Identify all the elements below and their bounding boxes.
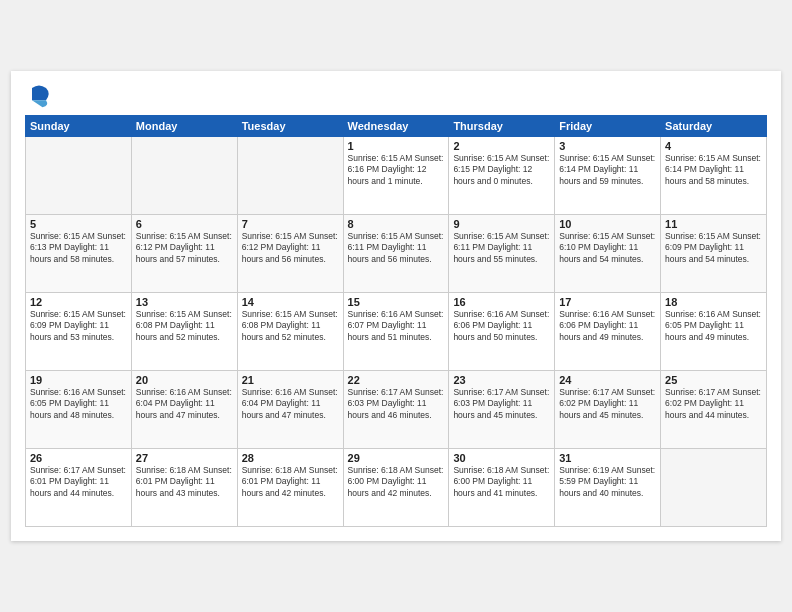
day-info: Sunrise: 6:17 AM Sunset: 6:03 PM Dayligh… xyxy=(348,387,445,421)
day-number: 21 xyxy=(242,374,339,386)
day-number: 7 xyxy=(242,218,339,230)
day-number: 28 xyxy=(242,452,339,464)
calendar-week-row: 19Sunrise: 6:16 AM Sunset: 6:05 PM Dayli… xyxy=(26,371,767,449)
weekday-header: Tuesday xyxy=(237,116,343,137)
day-info: Sunrise: 6:18 AM Sunset: 6:01 PM Dayligh… xyxy=(242,465,339,499)
day-number: 18 xyxy=(665,296,762,308)
day-number: 12 xyxy=(30,296,127,308)
calendar-cell: 4Sunrise: 6:15 AM Sunset: 6:14 PM Daylig… xyxy=(661,137,767,215)
calendar-cell: 18Sunrise: 6:16 AM Sunset: 6:05 PM Dayli… xyxy=(661,293,767,371)
weekday-header: Thursday xyxy=(449,116,555,137)
day-info: Sunrise: 6:16 AM Sunset: 6:07 PM Dayligh… xyxy=(348,309,445,343)
day-info: Sunrise: 6:15 AM Sunset: 6:08 PM Dayligh… xyxy=(136,309,233,343)
calendar-cell: 24Sunrise: 6:17 AM Sunset: 6:02 PM Dayli… xyxy=(555,371,661,449)
day-info: Sunrise: 6:18 AM Sunset: 6:00 PM Dayligh… xyxy=(453,465,550,499)
calendar-cell xyxy=(237,137,343,215)
day-info: Sunrise: 6:16 AM Sunset: 6:05 PM Dayligh… xyxy=(30,387,127,421)
day-info: Sunrise: 6:15 AM Sunset: 6:14 PM Dayligh… xyxy=(665,153,762,187)
day-number: 6 xyxy=(136,218,233,230)
day-info: Sunrise: 6:15 AM Sunset: 6:09 PM Dayligh… xyxy=(665,231,762,265)
day-info: Sunrise: 6:17 AM Sunset: 6:02 PM Dayligh… xyxy=(665,387,762,421)
calendar-cell: 13Sunrise: 6:15 AM Sunset: 6:08 PM Dayli… xyxy=(131,293,237,371)
day-number: 13 xyxy=(136,296,233,308)
calendar-cell: 21Sunrise: 6:16 AM Sunset: 6:04 PM Dayli… xyxy=(237,371,343,449)
weekday-header: Sunday xyxy=(26,116,132,137)
day-number: 29 xyxy=(348,452,445,464)
day-number: 23 xyxy=(453,374,550,386)
weekday-header: Saturday xyxy=(661,116,767,137)
day-number: 10 xyxy=(559,218,656,230)
day-info: Sunrise: 6:17 AM Sunset: 6:02 PM Dayligh… xyxy=(559,387,656,421)
calendar-cell: 7Sunrise: 6:15 AM Sunset: 6:12 PM Daylig… xyxy=(237,215,343,293)
day-info: Sunrise: 6:15 AM Sunset: 6:10 PM Dayligh… xyxy=(559,231,656,265)
day-number: 11 xyxy=(665,218,762,230)
day-number: 26 xyxy=(30,452,127,464)
calendar-cell: 11Sunrise: 6:15 AM Sunset: 6:09 PM Dayli… xyxy=(661,215,767,293)
day-number: 20 xyxy=(136,374,233,386)
calendar-cell: 16Sunrise: 6:16 AM Sunset: 6:06 PM Dayli… xyxy=(449,293,555,371)
weekday-header-row: SundayMondayTuesdayWednesdayThursdayFrid… xyxy=(26,116,767,137)
day-number: 30 xyxy=(453,452,550,464)
day-number: 16 xyxy=(453,296,550,308)
day-number: 9 xyxy=(453,218,550,230)
day-info: Sunrise: 6:15 AM Sunset: 6:12 PM Dayligh… xyxy=(242,231,339,265)
weekday-header: Friday xyxy=(555,116,661,137)
day-number: 19 xyxy=(30,374,127,386)
calendar-cell: 9Sunrise: 6:15 AM Sunset: 6:11 PM Daylig… xyxy=(449,215,555,293)
day-number: 14 xyxy=(242,296,339,308)
weekday-header: Monday xyxy=(131,116,237,137)
day-number: 8 xyxy=(348,218,445,230)
day-info: Sunrise: 6:16 AM Sunset: 6:04 PM Dayligh… xyxy=(136,387,233,421)
day-info: Sunrise: 6:15 AM Sunset: 6:13 PM Dayligh… xyxy=(30,231,127,265)
day-info: Sunrise: 6:15 AM Sunset: 6:08 PM Dayligh… xyxy=(242,309,339,343)
day-info: Sunrise: 6:16 AM Sunset: 6:06 PM Dayligh… xyxy=(559,309,656,343)
calendar-cell xyxy=(26,137,132,215)
calendar-cell: 23Sunrise: 6:17 AM Sunset: 6:03 PM Dayli… xyxy=(449,371,555,449)
calendar-cell: 20Sunrise: 6:16 AM Sunset: 6:04 PM Dayli… xyxy=(131,371,237,449)
calendar-cell: 22Sunrise: 6:17 AM Sunset: 6:03 PM Dayli… xyxy=(343,371,449,449)
calendar-cell: 3Sunrise: 6:15 AM Sunset: 6:14 PM Daylig… xyxy=(555,137,661,215)
calendar-cell: 5Sunrise: 6:15 AM Sunset: 6:13 PM Daylig… xyxy=(26,215,132,293)
day-info: Sunrise: 6:15 AM Sunset: 6:11 PM Dayligh… xyxy=(348,231,445,265)
day-info: Sunrise: 6:17 AM Sunset: 6:03 PM Dayligh… xyxy=(453,387,550,421)
day-info: Sunrise: 6:15 AM Sunset: 6:15 PM Dayligh… xyxy=(453,153,550,187)
day-number: 15 xyxy=(348,296,445,308)
logo-icon xyxy=(25,81,53,109)
day-info: Sunrise: 6:18 AM Sunset: 6:01 PM Dayligh… xyxy=(136,465,233,499)
day-info: Sunrise: 6:17 AM Sunset: 6:01 PM Dayligh… xyxy=(30,465,127,499)
day-info: Sunrise: 6:16 AM Sunset: 6:04 PM Dayligh… xyxy=(242,387,339,421)
calendar-cell: 30Sunrise: 6:18 AM Sunset: 6:00 PM Dayli… xyxy=(449,449,555,527)
day-info: Sunrise: 6:15 AM Sunset: 6:16 PM Dayligh… xyxy=(348,153,445,187)
calendar-week-row: 26Sunrise: 6:17 AM Sunset: 6:01 PM Dayli… xyxy=(26,449,767,527)
day-number: 17 xyxy=(559,296,656,308)
calendar-cell: 10Sunrise: 6:15 AM Sunset: 6:10 PM Dayli… xyxy=(555,215,661,293)
day-info: Sunrise: 6:15 AM Sunset: 6:11 PM Dayligh… xyxy=(453,231,550,265)
calendar-cell: 26Sunrise: 6:17 AM Sunset: 6:01 PM Dayli… xyxy=(26,449,132,527)
calendar-cell: 25Sunrise: 6:17 AM Sunset: 6:02 PM Dayli… xyxy=(661,371,767,449)
calendar-cell: 17Sunrise: 6:16 AM Sunset: 6:06 PM Dayli… xyxy=(555,293,661,371)
calendar-container: SundayMondayTuesdayWednesdayThursdayFrid… xyxy=(11,71,781,541)
day-number: 27 xyxy=(136,452,233,464)
logo xyxy=(25,81,57,109)
calendar-cell xyxy=(131,137,237,215)
calendar-week-row: 5Sunrise: 6:15 AM Sunset: 6:13 PM Daylig… xyxy=(26,215,767,293)
calendar-cell: 29Sunrise: 6:18 AM Sunset: 6:00 PM Dayli… xyxy=(343,449,449,527)
day-info: Sunrise: 6:19 AM Sunset: 5:59 PM Dayligh… xyxy=(559,465,656,499)
calendar-cell: 19Sunrise: 6:16 AM Sunset: 6:05 PM Dayli… xyxy=(26,371,132,449)
day-number: 3 xyxy=(559,140,656,152)
header xyxy=(25,81,767,109)
day-info: Sunrise: 6:16 AM Sunset: 6:05 PM Dayligh… xyxy=(665,309,762,343)
calendar-cell: 1Sunrise: 6:15 AM Sunset: 6:16 PM Daylig… xyxy=(343,137,449,215)
calendar-cell: 14Sunrise: 6:15 AM Sunset: 6:08 PM Dayli… xyxy=(237,293,343,371)
calendar-cell: 28Sunrise: 6:18 AM Sunset: 6:01 PM Dayli… xyxy=(237,449,343,527)
day-info: Sunrise: 6:16 AM Sunset: 6:06 PM Dayligh… xyxy=(453,309,550,343)
calendar-cell xyxy=(661,449,767,527)
calendar-cell: 8Sunrise: 6:15 AM Sunset: 6:11 PM Daylig… xyxy=(343,215,449,293)
calendar-table: SundayMondayTuesdayWednesdayThursdayFrid… xyxy=(25,115,767,527)
day-info: Sunrise: 6:18 AM Sunset: 6:00 PM Dayligh… xyxy=(348,465,445,499)
day-number: 4 xyxy=(665,140,762,152)
calendar-cell: 6Sunrise: 6:15 AM Sunset: 6:12 PM Daylig… xyxy=(131,215,237,293)
calendar-week-row: 1Sunrise: 6:15 AM Sunset: 6:16 PM Daylig… xyxy=(26,137,767,215)
calendar-cell: 15Sunrise: 6:16 AM Sunset: 6:07 PM Dayli… xyxy=(343,293,449,371)
calendar-week-row: 12Sunrise: 6:15 AM Sunset: 6:09 PM Dayli… xyxy=(26,293,767,371)
